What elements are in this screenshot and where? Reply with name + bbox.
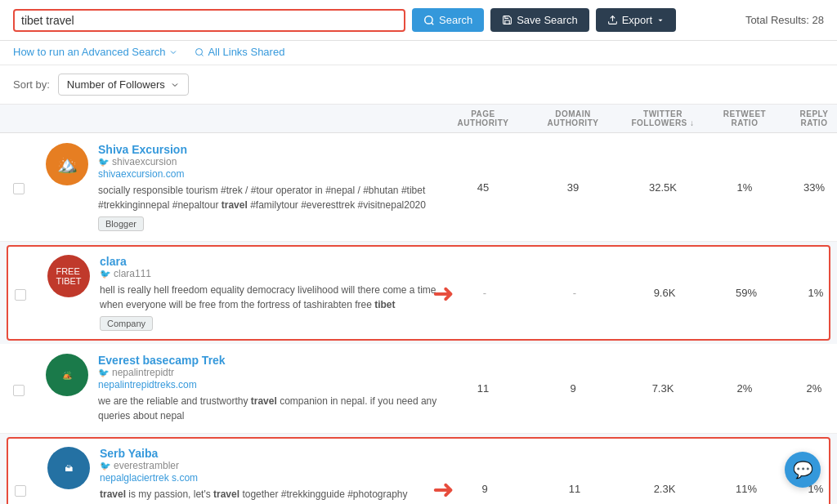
search-icon	[423, 15, 435, 26]
stat-reply-ratio: 1%	[783, 287, 837, 299]
dropdown-icon	[170, 80, 180, 90]
svg-point-3	[196, 48, 203, 55]
row-wrapper-everest: 🏕️ Everest basecamp Trek 🐦 nepalintrepid…	[0, 344, 837, 434]
twitter-icon: 🐦	[98, 157, 110, 167]
checkbox-cell[interactable]	[13, 180, 46, 194]
chat-button[interactable]: 💬	[785, 452, 821, 488]
row-wrapper-shiva: 🏔️ Shiva Excursion 🐦 shivaexcursion shiv…	[0, 133, 837, 242]
twitter-handle: 🐦 shivaexcursion	[98, 156, 438, 167]
user-details: clara 🐦 clara111 hell is really hell fre…	[100, 255, 440, 331]
stat-page-authority: -	[440, 287, 530, 299]
chevron-down-icon	[656, 16, 665, 25]
stat-retweet-ratio: 59%	[709, 287, 783, 299]
checkbox-cell[interactable]	[15, 286, 47, 301]
stat-page-authority: 45	[438, 181, 528, 194]
col-user	[46, 109, 438, 127]
avatar: 🏔	[47, 447, 90, 489]
user-details: Everest basecamp Trek 🐦 nepalintrepidtr …	[98, 354, 438, 423]
col-reply-ratio: REPLYRATIO	[781, 109, 837, 127]
search-input-wrap[interactable]	[13, 9, 405, 32]
save-search-button[interactable]: Save Search	[490, 8, 589, 32]
stat-page-authority: 11	[438, 382, 528, 395]
stat-domain-authority: 9	[528, 382, 618, 395]
search-input[interactable]	[21, 14, 397, 27]
user-name-link[interactable]: Serb Yaiba	[100, 447, 158, 460]
user-info: FREETIBET clara 🐦 clara111 hell is reall…	[47, 255, 440, 331]
user-details: Serb Yaiba 🐦 everestrambler nepalglacier…	[100, 447, 440, 504]
stat-page-authority: 9	[440, 483, 530, 495]
col-page-authority: PAGEAUTHORITY	[438, 109, 528, 127]
stat-retweet-ratio: 11%	[709, 483, 783, 495]
svg-point-0	[425, 16, 432, 23]
top-bar: Search Save Search Export Total Results:…	[0, 0, 837, 41]
stat-domain-authority: -	[530, 287, 620, 299]
col-domain-authority: DOMAINAUTHORITY	[528, 109, 618, 127]
user-bio: hell is really hell freedom equality dem…	[100, 283, 440, 312]
user-details: Shiva Excursion 🐦 shivaexcursion shivaex…	[98, 143, 438, 231]
avatar: FREETIBET	[47, 255, 90, 297]
stat-retweet-ratio: 1%	[708, 181, 781, 194]
user-info: 🏔️ Shiva Excursion 🐦 shivaexcursion shiv…	[46, 143, 438, 231]
stat-twitter-followers: 9.6K	[620, 287, 709, 299]
row-wrapper-clara: FREETIBET clara 🐦 clara111 hell is reall…	[0, 245, 837, 341]
twitter-handle: 🐦 everestrambler	[100, 460, 440, 471]
user-tag: Company	[100, 316, 153, 331]
twitter-icon: 🐦	[100, 269, 111, 279]
table-row: FREETIBET clara 🐦 clara111 hell is reall…	[7, 245, 830, 341]
svg-line-1	[432, 22, 434, 25]
user-website-link[interactable]: nepalintrepidtreks.com	[98, 379, 197, 390]
twitter-handle: 🐦 clara111	[100, 268, 440, 279]
results-container: 🏔️ Shiva Excursion 🐦 shivaexcursion shiv…	[0, 133, 837, 504]
save-icon	[502, 15, 512, 25]
user-name-link[interactable]: Everest basecamp Trek	[98, 354, 226, 367]
stat-twitter-followers: 2.3K	[620, 483, 709, 495]
all-links-link[interactable]: All Links Shared	[195, 46, 284, 58]
column-headers: PAGEAUTHORITY DOMAINAUTHORITY TWITTERFOL…	[0, 105, 837, 133]
user-bio: we are the reliable and trustworthy trav…	[98, 394, 438, 423]
user-tag: Blogger	[98, 216, 144, 231]
chat-icon: 💬	[793, 460, 813, 479]
avatar: 🏔️	[46, 143, 88, 185]
table-row: 🏕️ Everest basecamp Trek 🐦 nepalintrepid…	[0, 344, 837, 434]
user-name-link[interactable]: Shiva Excursion	[98, 143, 187, 156]
avatar: 🏕️	[46, 354, 88, 396]
sort-bar: Sort by: Number of Followers	[0, 65, 837, 105]
user-website-link[interactable]: shivaexcursion.com	[98, 168, 184, 180]
twitter-icon: 🐦	[98, 368, 110, 378]
user-name-link[interactable]: clara	[100, 255, 127, 268]
user-info: 🏔 Serb Yaiba 🐦 everestrambler nepalglaci…	[47, 447, 440, 504]
col-retweet-ratio: RETWEETRATIO	[708, 109, 781, 127]
row-checkbox[interactable]	[15, 485, 26, 497]
row-checkbox[interactable]	[13, 385, 25, 396]
sort-select[interactable]: Number of Followers	[58, 74, 189, 96]
export-icon	[607, 15, 618, 25]
row-checkbox[interactable]	[15, 289, 26, 301]
stat-reply-ratio: 33%	[781, 181, 837, 194]
checkbox-cell[interactable]	[13, 381, 46, 396]
search-button[interactable]: Search	[412, 8, 484, 32]
svg-line-4	[202, 54, 204, 56]
stat-twitter-followers: 7.3K	[618, 382, 708, 395]
advanced-search-link[interactable]: How to run an Advanced Search	[13, 46, 178, 58]
row-wrapper-serb: 🏔 Serb Yaiba 🐦 everestrambler nepalglaci…	[0, 437, 837, 504]
table-row: 🏔 Serb Yaiba 🐦 everestrambler nepalglaci…	[7, 437, 830, 504]
chevron-down-icon	[168, 47, 178, 57]
table-row: 🏔️ Shiva Excursion 🐦 shivaexcursion shiv…	[0, 133, 837, 242]
twitter-icon: 🐦	[100, 461, 111, 471]
sort-label: Sort by:	[13, 78, 50, 91]
user-website-link[interactable]: nepalglaciertrek s.com	[100, 472, 198, 484]
total-results: Total Results: 28	[745, 14, 824, 26]
stat-domain-authority: 39	[528, 181, 618, 194]
sub-bar: How to run an Advanced Search All Links …	[0, 41, 837, 65]
row-checkbox[interactable]	[13, 183, 25, 194]
user-bio: socially responsible tourism #trek / #to…	[98, 183, 438, 212]
link-icon	[195, 47, 204, 57]
stat-retweet-ratio: 2%	[708, 382, 781, 395]
user-info: 🏕️ Everest basecamp Trek 🐦 nepalintrepid…	[46, 354, 438, 423]
col-twitter-followers: TWITTERFOLLOWERS ↓	[618, 109, 708, 127]
export-button[interactable]: Export	[596, 8, 677, 32]
user-bio: travel is my passion, let's travel toget…	[100, 487, 440, 504]
checkbox-cell[interactable]	[15, 482, 47, 497]
stat-twitter-followers: 32.5K	[618, 181, 708, 194]
stat-domain-authority: 11	[530, 483, 620, 495]
